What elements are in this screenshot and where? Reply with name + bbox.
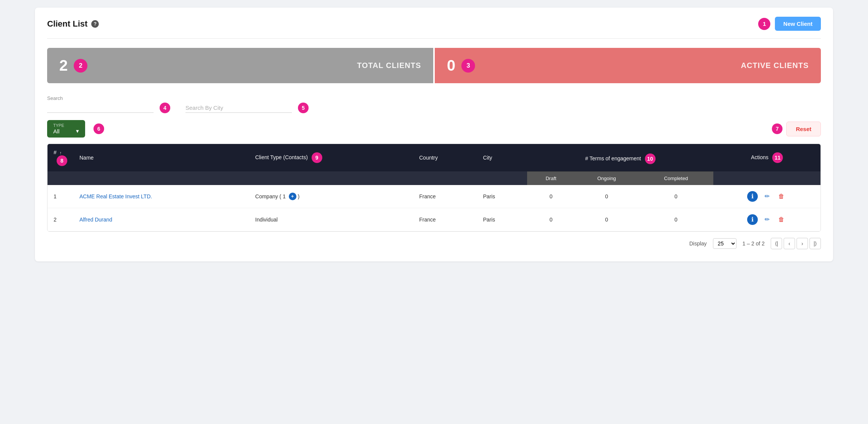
active-badge-3: 3 <box>461 59 475 73</box>
row-actions: ℹ ✏ 🗑 <box>713 185 820 208</box>
display-select[interactable]: 25 10 50 100 <box>713 238 737 249</box>
help-icon[interactable]: ? <box>91 20 99 28</box>
row-actions: ℹ ✏ 🗑 <box>713 208 820 231</box>
row-ongoing: 0 <box>575 208 638 231</box>
row-country: France <box>413 208 477 231</box>
first-page-button[interactable]: ⟨| <box>771 238 782 249</box>
col-actions: Actions 11 <box>713 144 820 171</box>
stats-row: 2 2 TOTAL CLIENTS 0 3 ACTIVE CLIENTS <box>47 48 821 83</box>
last-page-button[interactable]: |⟩ <box>809 238 821 249</box>
edit-button[interactable]: ✏ <box>762 214 772 225</box>
col-name: Name <box>73 144 249 171</box>
row-name[interactable]: Alfred Durand <box>73 208 249 231</box>
type-select-value: All ▾ <box>53 128 79 134</box>
search-input[interactable] <box>47 103 154 113</box>
filters-actions: Type All ▾ 6 7 Reset <box>47 120 821 138</box>
row-type: Company ( 1 + ) <box>249 185 413 208</box>
search-badge-4: 4 <box>160 103 170 113</box>
row-type: Individual <box>249 208 413 231</box>
active-clients-box: 0 3 ACTIVE CLIENTS <box>435 48 821 83</box>
col-draft: Draft <box>527 171 575 185</box>
edit-button[interactable]: ✏ <box>762 191 772 202</box>
total-clients-value: 2 <box>59 57 68 74</box>
page-title: Client List <box>47 19 87 29</box>
add-contact-button[interactable]: + <box>289 193 296 200</box>
header-badge-1: 1 <box>758 18 770 30</box>
row-draft: 0 <box>527 208 575 231</box>
row-badge-8: 8 <box>57 155 67 166</box>
row-number: 1 <box>48 185 73 208</box>
new-client-button[interactable]: New Client <box>775 17 821 31</box>
row-city: Paris <box>477 185 527 208</box>
client-table: # ↑ 8 Name Client Type (Contacts) 9 Coun… <box>47 144 821 232</box>
total-clients-label: TOTAL CLIENTS <box>357 61 421 70</box>
search-group: Search 4 <box>47 95 170 113</box>
active-clients-value: 0 <box>447 57 455 74</box>
search-label: Search <box>47 95 170 101</box>
prev-page-button[interactable]: ‹ <box>784 238 795 249</box>
row-draft: 0 <box>527 185 575 208</box>
row-completed: 0 <box>638 185 713 208</box>
client-link[interactable]: ACME Real Estate Invest LTD. <box>79 193 152 199</box>
reset-badge-7: 7 <box>772 123 782 134</box>
terms-badge-10: 10 <box>645 153 656 164</box>
col-client-type: Client Type (Contacts) 9 <box>249 144 413 171</box>
row-name[interactable]: ACME Real Estate Invest LTD. <box>73 185 249 208</box>
actions-badge-11: 11 <box>772 152 783 163</box>
active-clients-label: ACTIVE CLIENTS <box>741 61 809 70</box>
pagination-row: Display 25 10 50 100 1 – 2 of 2 ⟨| ‹ › |… <box>47 232 821 249</box>
reset-button[interactable]: Reset <box>786 122 821 136</box>
delete-button[interactable]: 🗑 <box>776 214 787 225</box>
info-button[interactable]: ℹ <box>747 214 758 225</box>
contacts-badge-9: 9 <box>312 152 322 163</box>
row-city: Paris <box>477 208 527 231</box>
info-button[interactable]: ℹ <box>747 191 758 202</box>
total-clients-box: 2 2 TOTAL CLIENTS <box>47 48 433 83</box>
col-completed: Completed <box>638 171 713 185</box>
client-link[interactable]: Alfred Durand <box>79 217 112 223</box>
city-search-group: 5 <box>185 103 309 113</box>
total-badge-2: 2 <box>74 59 87 73</box>
col-number: # ↑ 8 <box>48 144 73 171</box>
type-select-label: Type <box>53 123 79 128</box>
table-row: 1 ACME Real Estate Invest LTD. Company (… <box>48 185 820 208</box>
col-city: City <box>477 144 527 171</box>
row-ongoing: 0 <box>575 185 638 208</box>
delete-button[interactable]: 🗑 <box>776 191 787 202</box>
display-label: Display <box>689 240 707 247</box>
next-page-button[interactable]: › <box>797 238 808 249</box>
table-row: 2 Alfred Durand Individual France Paris … <box>48 208 820 231</box>
page-nav: ⟨| ‹ › |⟩ <box>771 238 821 249</box>
row-completed: 0 <box>638 208 713 231</box>
col-terms-header: # Terms of engagement 10 <box>527 144 713 171</box>
col-ongoing: Ongoing <box>575 171 638 185</box>
city-search-input[interactable] <box>185 103 292 113</box>
city-badge-5: 5 <box>298 103 309 113</box>
type-dropdown[interactable]: Type All ▾ <box>47 120 85 138</box>
filters-left: Type All ▾ 6 <box>47 120 104 138</box>
col-country: Country <box>413 144 477 171</box>
row-country: France <box>413 185 477 208</box>
type-badge-6: 6 <box>93 123 104 134</box>
row-number: 2 <box>48 208 73 231</box>
page-info: 1 – 2 of 2 <box>743 240 765 247</box>
